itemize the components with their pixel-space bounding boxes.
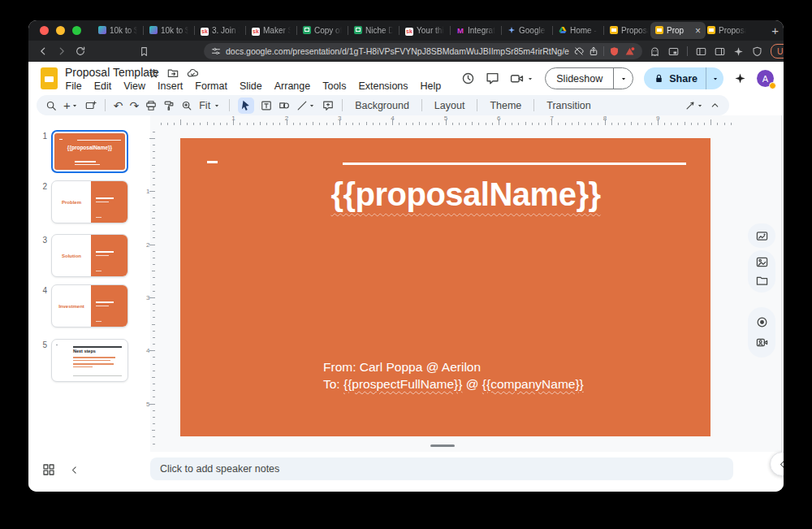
menu-arrange[interactable]: Arrange — [268, 80, 316, 93]
chevron-down-icon[interactable] — [711, 75, 719, 83]
slide-thumbnail[interactable]: Investment — [51, 284, 128, 327]
video-icon[interactable] — [756, 336, 768, 349]
background-button[interactable]: Background — [351, 100, 413, 111]
document-title[interactable]: Proposal Template — [65, 66, 159, 79]
comments-icon[interactable] — [486, 72, 499, 85]
browser-tab[interactable]: Proposal — [706, 22, 748, 39]
window-zoom-button[interactable] — [72, 26, 81, 35]
menu-tools[interactable]: Tools — [317, 80, 352, 93]
record-icon[interactable] — [756, 316, 768, 328]
add-comment-icon[interactable] — [322, 100, 334, 111]
image-sparkle-icon[interactable] — [756, 230, 768, 242]
browser-tab[interactable]: Niche Di — [352, 22, 395, 39]
tab-close-icon[interactable]: × — [695, 26, 701, 36]
search-icon[interactable] — [45, 100, 57, 111]
sidebar-toggle-icon[interactable] — [696, 46, 706, 57]
browser-tab[interactable]: 10k to $1 — [148, 22, 190, 39]
menu-edit[interactable]: Edit — [88, 80, 118, 93]
new-tab-button[interactable]: + — [771, 24, 779, 37]
thumbnail-title: Investment — [52, 285, 91, 327]
share-button[interactable]: Share — [644, 67, 723, 89]
redo-icon[interactable]: ↷ — [130, 99, 140, 112]
speaker-notes-input[interactable]: Click to add speaker notes — [150, 457, 733, 480]
grid-view-icon[interactable] — [42, 463, 55, 476]
collapse-filmstrip-icon[interactable] — [69, 465, 80, 475]
slide-editor[interactable]: {{proposalName}} From: Carl Poppa @ Aeri… — [180, 138, 710, 436]
photo-icon[interactable] — [756, 256, 768, 268]
avatar[interactable]: A — [757, 70, 774, 87]
menu-slide[interactable]: Slide — [233, 80, 268, 93]
layout-button[interactable]: Layout — [430, 100, 469, 111]
select-tool-icon[interactable] — [238, 98, 254, 114]
slideshow-button[interactable]: Slideshow — [545, 67, 633, 89]
window-minimize-button[interactable] — [56, 26, 65, 35]
slide-thumbnail[interactable]: Next steps — [51, 339, 128, 382]
shield-extension-icon[interactable] — [609, 46, 620, 57]
privacy-shield-icon[interactable] — [752, 46, 762, 57]
tab-divider — [143, 26, 144, 35]
browser-tab[interactable]: Proposal — [608, 22, 650, 39]
browser-tab[interactable]: Prop× — [650, 22, 706, 39]
chevron-down-icon[interactable] — [620, 75, 628, 83]
browser-tab[interactable]: Home - C — [557, 22, 599, 39]
menu-format[interactable]: Format — [189, 80, 234, 93]
site-settings-icon[interactable] — [211, 46, 221, 56]
browser-tab[interactable]: skMaker Sc — [250, 22, 292, 39]
add-menu[interactable]: + — [63, 98, 79, 112]
back-button-icon[interactable] — [37, 46, 49, 57]
theme-button[interactable]: Theme — [486, 100, 525, 111]
move-to-folder-icon[interactable] — [167, 67, 179, 79]
pen-tools[interactable] — [685, 100, 704, 111]
bookmark-icon[interactable] — [139, 46, 149, 57]
gemini-sparkle-icon[interactable] — [734, 72, 746, 85]
browser-tab[interactable]: Copy of — [301, 22, 343, 39]
browser-tab[interactable]: sk3. Join 3 — [199, 22, 241, 39]
collapse-toolbar-icon[interactable] — [710, 100, 720, 111]
transition-button[interactable]: Transition — [542, 100, 594, 111]
folder-icon[interactable] — [756, 275, 768, 287]
shapes-icon[interactable] — [279, 100, 290, 111]
browser-tab[interactable]: MIntegratio — [455, 22, 497, 39]
slides-logo-icon[interactable] — [41, 67, 58, 89]
share-page-icon[interactable] — [589, 46, 598, 56]
browser-tab[interactable]: skYour thin — [404, 22, 446, 39]
zoom-select[interactable]: Fit — [199, 100, 221, 111]
slide-thumbnail[interactable]: {{proposalName}} — [51, 130, 128, 173]
url-text: docs.google.com/presentation/d/1gT-H8iVP… — [226, 46, 569, 56]
menu-view[interactable]: View — [118, 80, 152, 93]
browser-tab[interactable]: 10k to $1 — [97, 22, 139, 39]
menu-file[interactable]: File — [59, 80, 88, 93]
slide-fromto-text[interactable]: From: Carl Poppa @ Aerilon To: {{prospec… — [323, 359, 584, 392]
menu-extensions[interactable]: Extensions — [352, 80, 414, 93]
browser-tab[interactable]: Google C — [506, 22, 548, 39]
version-history-icon[interactable] — [461, 72, 475, 85]
from-line: From: Carl Poppa @ Aerilon — [323, 359, 584, 376]
triangle-extension-icon[interactable] — [624, 46, 635, 57]
text-box-icon[interactable] — [261, 100, 272, 111]
undo-icon[interactable]: ↶ — [114, 99, 123, 112]
slide-thumbnail[interactable]: Solution — [51, 234, 128, 277]
forward-button-icon[interactable] — [56, 46, 67, 57]
picture-in-picture-icon[interactable] — [668, 46, 679, 57]
slide-title-text[interactable]: {{proposalName}} — [278, 176, 654, 213]
document-status-cloud-icon[interactable] — [187, 67, 198, 79]
notes-resize-handle[interactable] — [430, 444, 455, 447]
star-icon[interactable] — [149, 68, 159, 79]
address-bar[interactable]: docs.google.com/presentation/d/1gT-H8iVP… — [204, 43, 642, 59]
zoom-icon[interactable] — [181, 100, 192, 111]
reload-icon[interactable] — [75, 46, 86, 57]
paint-format-icon[interactable] — [163, 100, 175, 111]
update-button[interactable]: Update — [771, 44, 784, 59]
ai-sparkle-icon[interactable] — [733, 46, 744, 57]
new-slide-icon[interactable] — [85, 100, 97, 111]
line-tool[interactable] — [296, 100, 316, 111]
meet-button[interactable] — [510, 72, 534, 85]
print-icon[interactable] — [145, 100, 157, 111]
ghost-extension-icon[interactable] — [650, 46, 660, 57]
slide-thumbnail[interactable]: Problem — [51, 180, 128, 223]
offline-cloud-icon[interactable] — [574, 46, 584, 56]
menu-insert[interactable]: Insert — [152, 80, 189, 93]
window-close-button[interactable] — [40, 26, 49, 35]
menu-help[interactable]: Help — [414, 80, 447, 93]
reading-panel-icon[interactable] — [715, 46, 725, 57]
